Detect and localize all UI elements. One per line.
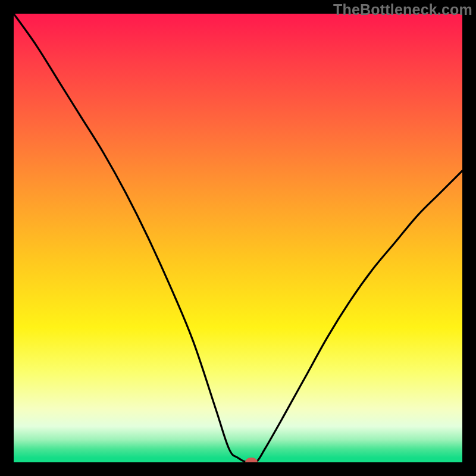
watermark-text: TheBottleneck.com — [333, 1, 472, 18]
plot-area — [14, 14, 462, 462]
chart-frame: TheBottleneck.com — [0, 0, 476, 476]
bottleneck-curve — [14, 14, 462, 462]
curve-layer — [14, 14, 462, 462]
